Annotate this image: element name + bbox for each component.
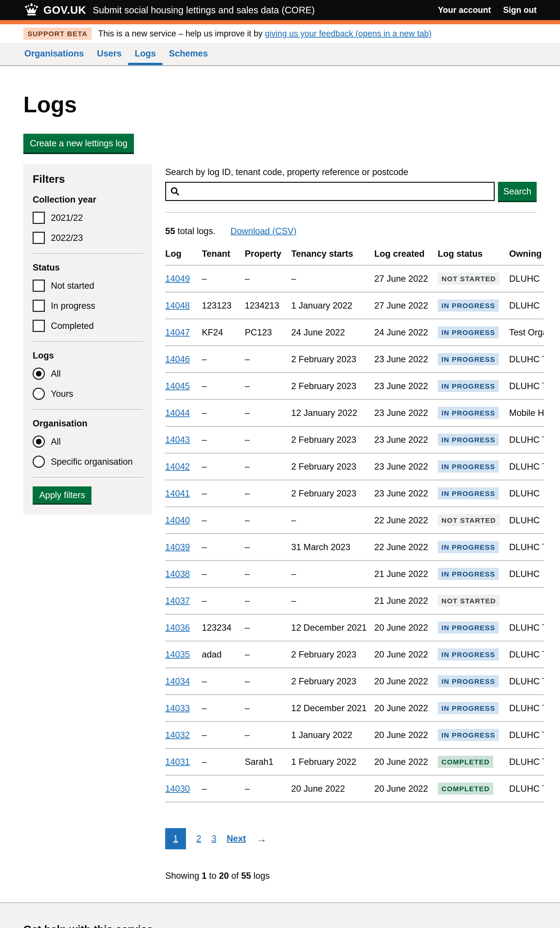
table-row: 14044––12 January 202223 June 2022IN PRO… xyxy=(165,400,544,426)
owning-organisation-cell: DLUHC Test Org xyxy=(509,614,544,641)
search-button[interactable]: Search xyxy=(498,182,537,201)
status-badge: NOT STARTED xyxy=(438,514,500,526)
column-header-property: Property xyxy=(245,242,291,266)
tenant-cell: – xyxy=(202,346,245,373)
apply-filters-button[interactable]: Apply filters xyxy=(33,486,92,504)
search-input[interactable] xyxy=(165,182,495,201)
pagination-next-link[interactable]: Next xyxy=(227,834,246,844)
log-link[interactable]: 14043 xyxy=(165,435,190,445)
table-row: 14032––1 January 202220 June 2022IN PROG… xyxy=(165,722,544,748)
property-cell: – xyxy=(245,266,291,292)
radio-all[interactable] xyxy=(33,368,45,380)
property-cell: – xyxy=(245,453,291,480)
nav-item-schemes[interactable]: Schemes xyxy=(162,43,214,65)
table-row: 14049–––27 June 2022NOT STARTEDDLUHC xyxy=(165,266,544,292)
pagination: 123Next→ xyxy=(165,828,537,849)
log-link[interactable]: 14036 xyxy=(165,623,190,632)
service-name-link[interactable]: Submit social housing lettings and sales… xyxy=(93,5,315,15)
tenancy-starts-cell: 2 February 2023 xyxy=(291,453,374,480)
tenancy-starts-cell: 2 February 2023 xyxy=(291,480,374,507)
radio-yours[interactable] xyxy=(33,388,45,400)
footer: Get help with this service Online helpde… xyxy=(0,902,560,928)
log-link[interactable]: 14049 xyxy=(165,274,190,284)
status-badge: IN PROGRESS xyxy=(438,568,499,580)
log-cell: 14039 xyxy=(165,534,202,561)
log-link[interactable]: 14048 xyxy=(165,301,190,310)
your-account-link[interactable]: Your account xyxy=(438,5,491,15)
log-link[interactable]: 14033 xyxy=(165,703,190,713)
owning-organisation-cell: DLUHC Test Org xyxy=(509,722,544,748)
download-csv-link[interactable]: Download (CSV) xyxy=(230,226,296,236)
tenant-cell: – xyxy=(202,400,245,426)
filter-heading-organisation: Organisation xyxy=(33,418,143,429)
nav-item-users[interactable]: Users xyxy=(90,43,128,65)
tenancy-starts-cell: 2 February 2023 xyxy=(291,668,374,695)
checkbox-in-progress[interactable] xyxy=(33,300,45,312)
owning-organisation-cell: DLUHC Test Org xyxy=(509,748,544,775)
radio-specific-organisation[interactable] xyxy=(33,456,45,468)
log-link[interactable]: 14040 xyxy=(165,515,190,525)
log-link[interactable]: 14037 xyxy=(165,596,190,606)
log-link[interactable]: 14047 xyxy=(165,327,190,337)
log-link[interactable]: 14032 xyxy=(165,730,190,740)
filter-label: 2022/23 xyxy=(51,233,83,243)
govuk-logo[interactable]: GOV.UK xyxy=(23,3,86,17)
status-badge: IN PROGRESS xyxy=(438,299,499,311)
checkbox-2021-22[interactable] xyxy=(33,212,45,224)
owning-organisation-cell xyxy=(509,588,544,614)
tenancy-starts-cell: 12 December 2021 xyxy=(291,695,374,722)
filter-option-collection-year-2022-23: 2022/23 xyxy=(33,232,143,244)
feedback-link[interactable]: giving us your feedback (opens in a new … xyxy=(265,29,432,38)
status-cell: IN PROGRESS xyxy=(438,400,509,426)
checkbox-not-started[interactable] xyxy=(33,279,45,292)
nav-item-organisations[interactable]: Organisations xyxy=(23,43,90,65)
total-logs-text: 55 total logs. xyxy=(165,226,215,236)
sign-out-link[interactable]: Sign out xyxy=(503,5,537,15)
log-link[interactable]: 14046 xyxy=(165,354,190,364)
property-cell: – xyxy=(245,722,291,748)
log-link[interactable]: 14041 xyxy=(165,488,190,498)
filter-option-logs-yours: Yours xyxy=(33,388,143,400)
table-row: 14036123234–12 December 202120 June 2022… xyxy=(165,614,544,641)
owning-organisation-cell: DLUHC xyxy=(509,292,544,319)
pagination-page-1[interactable]: 1 xyxy=(165,828,186,849)
filter-heading-status: Status xyxy=(33,263,143,273)
status-badge: COMPLETED xyxy=(438,756,493,768)
create-lettings-log-button[interactable]: Create a new lettings log xyxy=(23,134,134,153)
log-link[interactable]: 14030 xyxy=(165,784,190,794)
checkbox-completed[interactable] xyxy=(33,320,45,332)
owning-organisation-cell: Test Organisation xyxy=(509,319,544,346)
log-link[interactable]: 14038 xyxy=(165,569,190,579)
log-link[interactable]: 14045 xyxy=(165,381,190,391)
tenant-cell: – xyxy=(202,775,245,802)
owning-organisation-cell: DLUHC xyxy=(509,266,544,292)
log-link[interactable]: 14034 xyxy=(165,676,190,686)
checkbox-2022-23[interactable] xyxy=(33,232,45,244)
log-cell: 14038 xyxy=(165,561,202,588)
nav-item-logs[interactable]: Logs xyxy=(128,43,162,65)
pagination-page-2[interactable]: 2 xyxy=(196,834,201,844)
log-created-cell: 20 June 2022 xyxy=(374,668,438,695)
log-created-cell: 22 June 2022 xyxy=(374,507,438,534)
pagination-page-3[interactable]: 3 xyxy=(211,834,216,844)
table-row: 14035adad–2 February 202320 June 2022IN … xyxy=(165,641,544,668)
status-cell: NOT STARTED xyxy=(438,588,509,614)
results-divider xyxy=(165,212,537,213)
log-link[interactable]: 14031 xyxy=(165,757,190,767)
owning-organisation-cell: DLUHC Test Org xyxy=(509,534,544,561)
log-link[interactable]: 14044 xyxy=(165,408,190,418)
log-created-cell: 20 June 2022 xyxy=(374,641,438,668)
results-section: Search by log ID, tenant code, property … xyxy=(165,164,537,881)
phase-banner-text: This is a new service – help us improve … xyxy=(98,29,432,38)
log-link[interactable]: 14035 xyxy=(165,650,190,659)
log-cell: 14032 xyxy=(165,722,202,748)
tenancy-starts-cell: 1 February 2022 xyxy=(291,748,374,775)
status-badge: IN PROGRESS xyxy=(438,729,499,741)
radio-all[interactable] xyxy=(33,435,45,448)
log-link[interactable]: 14042 xyxy=(165,462,190,472)
status-cell: NOT STARTED xyxy=(438,507,509,534)
property-cell: – xyxy=(245,426,291,453)
log-link[interactable]: 14039 xyxy=(165,542,190,552)
log-created-cell: 20 June 2022 xyxy=(374,722,438,748)
log-cell: 14043 xyxy=(165,426,202,453)
